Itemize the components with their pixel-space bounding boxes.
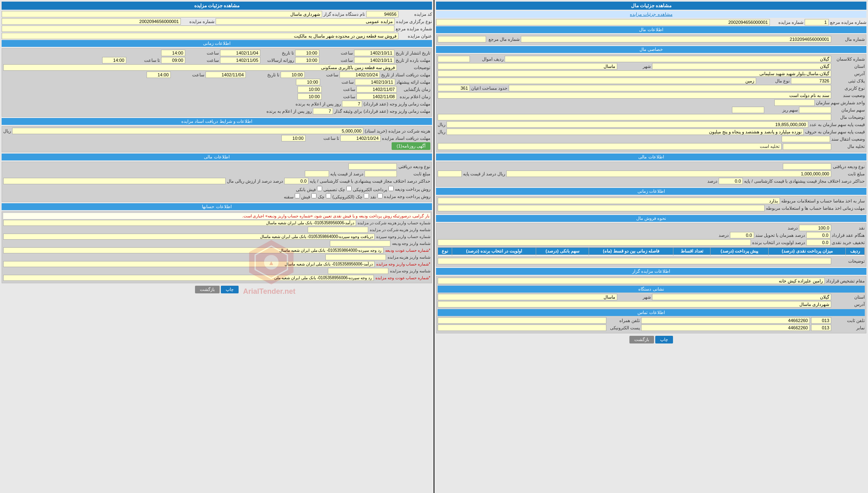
- tender-num-value[interactable]: [436, 19, 770, 25]
- mohlat-variz-input[interactable]: [342, 101, 362, 107]
- right-tender-num-input[interactable]: [2, 18, 181, 25]
- hesab3-input[interactable]: [3, 247, 384, 253]
- ostan-input[interactable]: [652, 63, 832, 70]
- left-back-btn[interactable]: بازگشت: [629, 336, 654, 343]
- hesab4-input[interactable]: [3, 261, 375, 267]
- mohlat-asnad-from[interactable]: [340, 135, 381, 141]
- enteshar-to-time[interactable]: [161, 50, 185, 56]
- ostan2-input[interactable]: [652, 294, 832, 300]
- mohlat-from-date[interactable]: [354, 57, 394, 63]
- mohlat-arae-from-time[interactable]: [296, 79, 320, 85]
- agahi-btn[interactable]: آگهی روزنامه(1): [392, 142, 430, 150]
- zaman-elam-time[interactable]: [298, 93, 322, 100]
- takhfif-input[interactable]: [806, 239, 830, 246]
- mohlat-ostad-from-time[interactable]: [281, 72, 305, 78]
- zaman-elam-date[interactable]: [356, 93, 397, 100]
- hazine-input[interactable]: [12, 128, 363, 134]
- aoliat-input[interactable]: [438, 239, 751, 246]
- mohlat-variz2-input[interactable]: [313, 108, 333, 114]
- right-back-btn[interactable]: بازگشت: [195, 286, 220, 293]
- mohlat-ostad-to-time[interactable]: [147, 72, 171, 78]
- right-darsad-input[interactable]: [305, 171, 329, 177]
- shenas1-input[interactable]: [308, 227, 368, 233]
- left-mablagh-input[interactable]: [506, 171, 831, 177]
- address2-input[interactable]: [438, 301, 831, 308]
- left-vadiye-input[interactable]: [783, 163, 831, 170]
- mal-num-input[interactable]: [521, 36, 831, 42]
- vasiat-input[interactable]: [438, 92, 831, 99]
- user-type-input[interactable]: [509, 85, 831, 91]
- check-check[interactable]: [326, 193, 331, 198]
- fax-value-input[interactable]: [641, 324, 810, 331]
- price-haroof-input[interactable]: [447, 129, 804, 135]
- sahm-input[interactable]: [799, 107, 831, 113]
- electronic-check-check[interactable]: [364, 193, 369, 198]
- right-hadalaksar-input[interactable]: [284, 178, 308, 184]
- mohlat-ostad-to[interactable]: [205, 72, 246, 78]
- enteshar-from-time[interactable]: [295, 50, 319, 56]
- mohlat-ostad-from[interactable]: [340, 72, 380, 78]
- hesab5-input[interactable]: [3, 275, 374, 281]
- naghd-aqd-input[interactable]: [806, 232, 830, 238]
- enteshar-to-date[interactable]: [220, 50, 260, 56]
- hesab2-input[interactable]: [3, 234, 375, 240]
- saghne-check[interactable]: [295, 193, 300, 198]
- pish-check[interactable]: [311, 193, 317, 198]
- left-mohlat-input[interactable]: [438, 205, 765, 211]
- naghd-check[interactable]: [377, 193, 383, 198]
- right-vadiye-input[interactable]: [348, 163, 397, 170]
- vasiat-sanad-input[interactable]: [782, 136, 830, 142]
- shahr2-input[interactable]: [438, 294, 617, 300]
- left-link-header[interactable]: مشاهده جزئیات مزایده: [436, 11, 866, 18]
- tel-code-input[interactable]: [811, 317, 831, 324]
- mohlat-asnad-from-time[interactable]: [281, 135, 306, 141]
- pish-bank-check[interactable]: [317, 186, 322, 191]
- plak-input[interactable]: [791, 78, 831, 84]
- right-print-btn[interactable]: چاپ: [221, 286, 239, 293]
- right-onvan-input[interactable]: [2, 33, 398, 39]
- right-mablagh-input[interactable]: [365, 171, 397, 177]
- tel-value-input[interactable]: [641, 317, 810, 324]
- bank-pay-check[interactable]: [388, 186, 394, 191]
- shahr-input[interactable]: [438, 63, 617, 70]
- mal-marja-input[interactable]: [438, 36, 486, 42]
- left-darsad-input[interactable]: [438, 171, 462, 177]
- sazman-input[interactable]: [774, 99, 815, 106]
- fax-code-input[interactable]: [811, 324, 831, 331]
- mal-type-input[interactable]: [438, 78, 756, 84]
- hesab1-input[interactable]: [3, 220, 356, 226]
- masahat-input[interactable]: [438, 85, 470, 91]
- shenas2-input[interactable]: [330, 240, 390, 247]
- mohlat-to-time2[interactable]: [102, 57, 126, 63]
- enteshar-from-date[interactable]: [354, 50, 394, 56]
- right-organ-input[interactable]: [2, 11, 322, 17]
- tozih2-input[interactable]: [438, 258, 831, 264]
- zaman-bazgoshai-date[interactable]: [356, 86, 397, 93]
- mohlat-to-time[interactable]: [161, 57, 185, 63]
- right-marja-input[interactable]: [2, 25, 394, 32]
- naghd-sanad-input[interactable]: [730, 232, 754, 238]
- maqam-input[interactable]: [438, 278, 825, 284]
- sahm-riz-input[interactable]: [732, 107, 764, 113]
- left-print-btn[interactable]: چاپ: [655, 336, 673, 343]
- zaman-bazgoshai-time[interactable]: [298, 86, 322, 93]
- tozih-r-input[interactable]: [3, 64, 397, 71]
- price-base-input[interactable]: [447, 121, 808, 128]
- check-tazminat-check[interactable]: [346, 186, 352, 191]
- tozih-input[interactable]: [438, 114, 831, 120]
- address-input[interactable]: [438, 70, 831, 77]
- ref-value[interactable]: [805, 19, 829, 25]
- mohlat-to-date[interactable]: [220, 57, 260, 63]
- classman-input[interactable]: [505, 56, 831, 62]
- right-darsad-arzesh-input[interactable]: [3, 178, 226, 184]
- left-hadalaksar-input[interactable]: [719, 178, 743, 184]
- right-tender-code-input[interactable]: [366, 11, 398, 17]
- right-type-input[interactable]: [216, 18, 395, 25]
- shenas3-input[interactable]: [325, 254, 386, 260]
- mohlat-from-time[interactable]: [295, 57, 319, 63]
- mobile-input[interactable]: [438, 317, 606, 324]
- mohlat-arae-from[interactable]: [355, 79, 395, 85]
- left-hesab-input[interactable]: [438, 198, 780, 204]
- takhliye-input[interactable]: [783, 143, 831, 150]
- email-input[interactable]: [438, 324, 606, 331]
